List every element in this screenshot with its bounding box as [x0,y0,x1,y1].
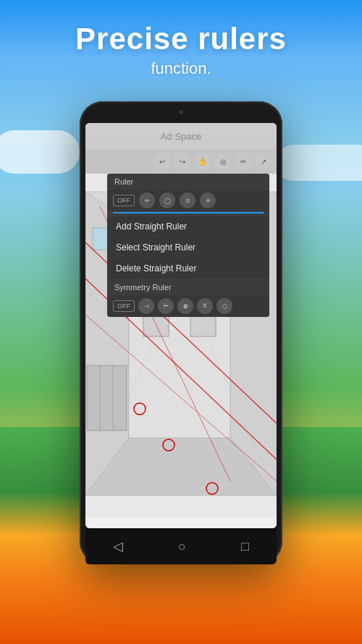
svg-rect-11 [87,365,127,431]
redo-icon[interactable]: ↪ [174,153,191,170]
select-straight-ruler-item[interactable]: Select Straight Ruler [107,237,269,258]
ad-space-bar: Ad Space [85,123,277,149]
ruler-ellipse-icon[interactable]: ⊙ [180,192,195,208]
ruler-radial-icon[interactable]: ✳ [200,192,216,208]
page-subtitle: function. [0,59,362,78]
symmetry-options-row: OFF ⊣ ⊢ ✿ ⧖ ⬡ [107,295,269,317]
ruler-options-row: OFF ✏ ◯ ⊙ ✳ [107,190,269,212]
zoom-icon[interactable]: ◎ [214,153,232,170]
undo-icon[interactable]: ↩ [153,153,171,170]
hand-icon[interactable]: ✋ [194,153,211,170]
phone-screen: Ad Space ↩ ↪ ✋ ◎ ✏ ↗ Ruler OFF ✏ ◯ ⊙ ✳ A… [85,123,277,528]
sym-icon-2[interactable]: ⊢ [158,298,174,314]
ruler-off-button[interactable]: OFF [113,195,135,206]
delete-straight-ruler-item[interactable]: Delete Straight Ruler [107,258,269,279]
back-button[interactable]: ◁ [113,538,123,554]
cloud-right [275,145,362,181]
sym-icon-4[interactable]: ⧖ [197,298,213,314]
home-button[interactable]: ○ [178,539,186,554]
sym-icon-3[interactable]: ✿ [177,298,193,314]
ruler-menu-title: Ruler [107,174,269,190]
sym-icon-1[interactable]: ⊣ [138,298,154,314]
phone-frame: Ad Space ↩ ↪ ✋ ◎ ✏ ↗ Ruler OFF ✏ ◯ ⊙ ✳ A… [80,101,282,564]
ruler-pencil-icon[interactable]: ✏ [139,192,155,208]
ruler-underline [113,212,264,213]
symmetry-ruler-title: Symmetry Ruler [107,279,269,295]
ad-space-label: Ad Space [161,131,201,142]
sym-icon-5[interactable]: ⬡ [216,298,232,314]
recent-button[interactable]: □ [241,539,249,554]
header-section: Precise rulers function. [0,22,362,78]
add-straight-ruler-item[interactable]: Add Straight Ruler [107,216,269,237]
cloud-left [0,130,80,174]
icon-toolbar[interactable]: ↩ ↪ ✋ ◎ ✏ ↗ [85,149,277,174]
symmetry-off-button[interactable]: OFF [113,300,135,312]
phone-nav-bar: ◁ ○ □ [85,528,277,564]
ruler-menu: Ruler OFF ✏ ◯ ⊙ ✳ Add Straight Ruler Sel… [107,174,269,317]
ruler-circle-icon[interactable]: ◯ [159,192,175,208]
edit-icon[interactable]: ✏ [235,153,252,170]
page-title: Precise rulers [0,22,362,56]
export-icon[interactable]: ↗ [255,153,272,170]
